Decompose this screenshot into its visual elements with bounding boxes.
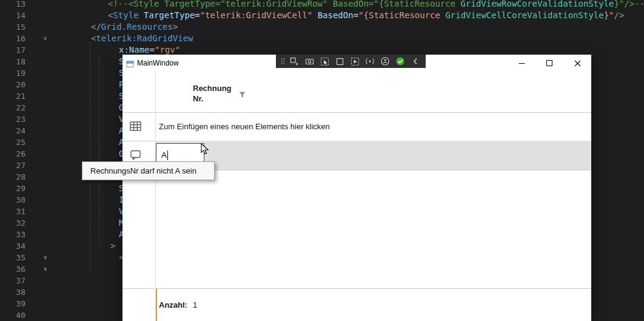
line-number: 17 (0, 44, 25, 56)
select-element-icon[interactable] (317, 55, 332, 67)
line-number: 34 (0, 240, 25, 252)
line-number: 36 (0, 263, 25, 275)
line-number: 19 (0, 67, 25, 79)
column-header-label: Rechnung Nr. (193, 83, 232, 104)
line-number: 13 (0, 0, 25, 10)
footer-count-value: 1 (193, 300, 197, 309)
row-indicator-separator (155, 72, 156, 321)
line-number: 39 (0, 298, 25, 309)
fold-chevron-icon[interactable]: ∨ (44, 252, 47, 263)
line-number: 26 (0, 148, 25, 160)
code-line: 16∨<telerik:RadGridView (0, 33, 644, 44)
text-caret (167, 150, 168, 160)
footer-row: Anzahl: 1 (122, 289, 591, 321)
line-number: 18 (0, 56, 25, 67)
add-row-grid-icon (130, 121, 141, 133)
line-number: 27 (0, 160, 25, 171)
code-line: 13<!--<Style TargetType="telerik:GridVie… (0, 0, 644, 10)
line-number: 16 (0, 33, 25, 44)
line-number: 33 (0, 229, 25, 240)
debug-toolbar (276, 55, 426, 68)
code-line: 15</Grid.Resources> (0, 21, 644, 33)
line-number: 23 (0, 113, 25, 125)
line-number: 40 (0, 309, 25, 321)
line-number: 38 (0, 286, 25, 298)
line-number: 15 (0, 21, 25, 33)
line-number: 21 (0, 90, 25, 102)
fold-chevron-icon[interactable]: ∨ (44, 33, 47, 44)
column-header-rechnung-nr[interactable]: Rechnung Nr. (156, 72, 591, 112)
collapse-toolbar-icon[interactable] (408, 55, 423, 67)
capture-frame-icon[interactable] (302, 55, 317, 67)
screen: 13<!--<Style TargetType="telerik:GridVie… (0, 0, 644, 321)
cell-editor-value: A (161, 150, 167, 160)
caption-buttons (508, 55, 591, 72)
code-line: 14<Style TargetType="telerik:GridViewCel… (0, 10, 644, 21)
line-number: 31 (0, 206, 25, 217)
line-number: 25 (0, 137, 25, 148)
status-ok-icon[interactable] (393, 55, 408, 67)
window-title: MainWindow (137, 55, 179, 72)
line-number: 30 (0, 194, 25, 206)
footer-accent-line (156, 289, 157, 321)
editing-row[interactable] (156, 141, 591, 170)
add-new-row[interactable]: Zum Einfügen eines neuen Elements hier k… (159, 112, 330, 141)
line-number: 37 (0, 275, 25, 286)
hot-reload-icon[interactable] (363, 55, 377, 67)
minimize-button[interactable] (508, 55, 535, 72)
titlebar[interactable]: MainWindow (122, 55, 591, 72)
radgridview: Rechnung Nr. Zum Einfügen eines neuen El… (122, 72, 591, 321)
line-number: 28 (0, 171, 25, 183)
maximize-button[interactable] (535, 55, 563, 72)
mainwindow: MainWindow (122, 55, 591, 321)
line-number: 29 (0, 183, 25, 194)
line-number: 24 (0, 125, 25, 137)
line-number: 20 (0, 79, 25, 90)
display-layout-adorners-icon[interactable] (332, 55, 347, 67)
accessibility-checker-icon[interactable] (378, 55, 392, 67)
app-icon (126, 59, 134, 70)
close-button[interactable] (563, 55, 591, 72)
line-number: 32 (0, 217, 25, 229)
filter-funnel-icon[interactable] (239, 90, 246, 101)
footer-count-label: Anzahl: (159, 300, 187, 309)
mouse-cursor (201, 143, 210, 158)
go-to-live-visual-tree-icon[interactable] (287, 55, 301, 67)
edit-row-indicator-icon (130, 150, 141, 163)
fold-chevron-icon[interactable]: ∨ (44, 263, 47, 275)
track-focused-element-icon[interactable] (347, 55, 362, 67)
validation-tooltip: RechnungsNr darf nicht A sein (82, 161, 215, 180)
line-number: 35 (0, 252, 25, 263)
grip-handle[interactable] (279, 55, 286, 67)
line-number: 22 (0, 102, 25, 113)
line-number: 14 (0, 10, 25, 21)
